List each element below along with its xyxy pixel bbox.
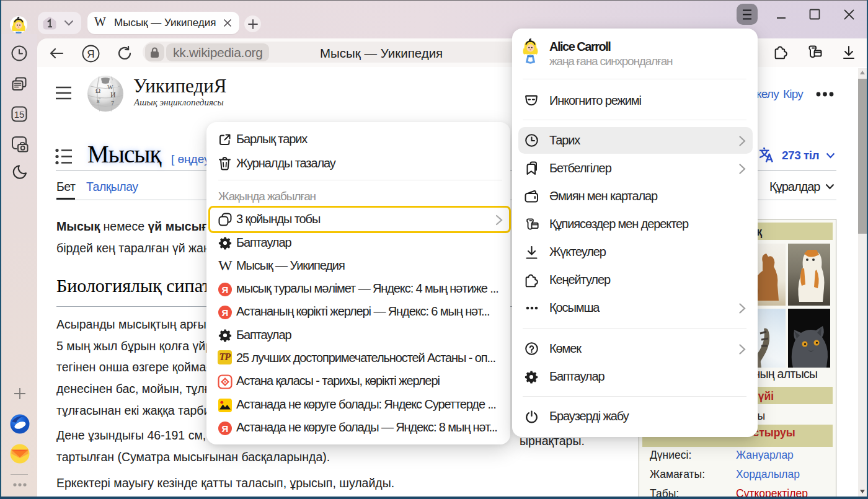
svg-text:Я: Я (87, 48, 94, 60)
svg-text:Ω: Ω (95, 87, 100, 94)
svg-text:И: И (110, 91, 116, 99)
svg-text:7: 7 (111, 100, 114, 107)
svg-text:W: W (107, 84, 113, 91)
svg-text:15: 15 (14, 109, 25, 120)
